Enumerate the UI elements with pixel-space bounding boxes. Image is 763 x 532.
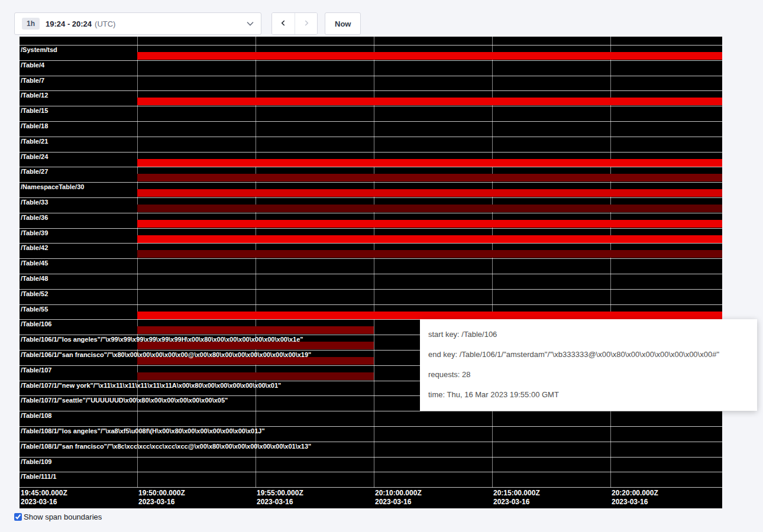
heat-cell[interactable] <box>256 159 374 167</box>
heat-cell[interactable] <box>492 174 610 181</box>
heat-cell[interactable] <box>256 98 374 105</box>
heat-cell[interactable] <box>610 250 722 258</box>
heat-cell[interactable] <box>492 98 610 105</box>
key-span-label: /Table/109 <box>20 458 51 466</box>
heat-cell[interactable] <box>610 189 722 197</box>
heat-cell[interactable] <box>137 205 256 212</box>
key-span-row[interactable]: /System/tsd <box>20 45 722 60</box>
heat-cell[interactable] <box>610 52 722 60</box>
heat-cell[interactable] <box>374 220 492 228</box>
show-span-boundaries-checkbox[interactable] <box>14 513 22 521</box>
heat-cell[interactable] <box>374 174 492 181</box>
heat-cell[interactable] <box>256 52 374 60</box>
key-span-row[interactable]: /Table/108/1/"san francisco"/"\x8c\xcc\x… <box>20 442 722 457</box>
next-time-button[interactable] <box>295 13 317 34</box>
heat-cell[interactable] <box>610 98 722 105</box>
heat-cell[interactable] <box>374 312 492 319</box>
heat-cell[interactable] <box>137 220 256 228</box>
key-span-label: /Table/107/1/"seattle"/"UUUUUUD\x00\x80\… <box>20 397 228 404</box>
key-span-row[interactable]: /Table/45 <box>20 258 722 274</box>
show-span-boundaries-toggle[interactable]: Show span boundaries <box>14 512 102 521</box>
heat-cell[interactable] <box>137 250 256 258</box>
heat-cell[interactable] <box>137 52 256 60</box>
key-span-label: /Table/27 <box>20 168 48 176</box>
key-span-label: /Table/106 <box>20 320 51 328</box>
key-span-row[interactable]: /Table/33 <box>20 197 722 213</box>
key-span-row[interactable]: /Table/12 <box>20 90 722 106</box>
heat-cell[interactable] <box>256 235 374 243</box>
key-span-row[interactable]: /NamespaceTable/30 <box>20 182 722 197</box>
heat-cell[interactable] <box>256 372 374 380</box>
key-span-row[interactable]: /Table/36 <box>20 213 722 228</box>
key-span-label: /Table/4 <box>20 61 44 69</box>
heat-cell[interactable] <box>256 250 374 258</box>
heat-cell[interactable] <box>492 250 610 258</box>
key-span-label: /Table/107/1/"new york"/"\x11\x11\x11\x1… <box>20 382 281 390</box>
key-visualizer-canvas[interactable]: /System/tsd/Table/4/Table/7/Table/12/Tab… <box>20 37 722 508</box>
heat-cell[interactable] <box>256 174 374 181</box>
key-span-row[interactable]: /Table/109 <box>20 457 722 472</box>
key-span-row[interactable]: /Table/18 <box>20 121 722 137</box>
heat-cell[interactable] <box>256 189 374 197</box>
heat-cell[interactable] <box>610 159 722 167</box>
key-span-label: /NamespaceTable/30 <box>20 183 84 191</box>
heat-cell[interactable] <box>492 159 610 167</box>
key-span-row[interactable]: /Table/21 <box>20 137 722 152</box>
heat-cell[interactable] <box>137 189 256 197</box>
hover-tooltip: start key: /Table/106 end key: /Table/10… <box>420 319 757 411</box>
heat-cell[interactable] <box>137 174 256 181</box>
key-span-row[interactable]: /Table/108 <box>20 411 722 426</box>
now-button[interactable]: Now <box>325 12 361 35</box>
heat-cell[interactable] <box>492 205 610 212</box>
heat-cell[interactable] <box>374 250 492 258</box>
heat-cell[interactable] <box>374 52 492 60</box>
heat-cell[interactable] <box>374 235 492 243</box>
heat-cell[interactable] <box>492 189 610 197</box>
tooltip-time: time: Thu, 16 Mar 2023 19:55:00 GMT <box>428 385 749 405</box>
heat-cell[interactable] <box>374 205 492 212</box>
heat-cell[interactable] <box>492 220 610 228</box>
timezone-label: (UTC) <box>95 20 115 28</box>
heat-cell[interactable] <box>374 98 492 105</box>
heat-cell[interactable] <box>610 312 722 319</box>
heat-cell[interactable] <box>256 326 374 334</box>
key-span-row[interactable]: /Table/39 <box>20 228 722 244</box>
heat-cell[interactable] <box>610 205 722 212</box>
key-span-row[interactable]: /Table/52 <box>20 289 722 304</box>
key-span-row[interactable]: /Table/4 <box>20 60 722 76</box>
heat-cell[interactable] <box>137 372 256 380</box>
heat-cell[interactable] <box>492 312 610 319</box>
key-span-label: /Table/111/1 <box>20 473 56 481</box>
heat-cell[interactable] <box>137 98 256 105</box>
heat-cell[interactable] <box>137 159 256 167</box>
key-span-row[interactable]: /Table/48 <box>20 274 722 289</box>
x-axis-tick: 19:45:00.000Z2023-03-16 <box>21 489 67 507</box>
heat-cell[interactable] <box>256 220 374 228</box>
heat-cell[interactable] <box>610 220 722 228</box>
key-span-label: /System/tsd <box>20 46 57 54</box>
key-span-row[interactable]: /Table/108/1/"los angeles"/"\xa8\xf5\u00… <box>20 426 722 442</box>
tooltip-requests: requests: 28 <box>428 365 749 385</box>
key-span-row[interactable]: /Table/15 <box>20 106 722 121</box>
heat-cell[interactable] <box>137 312 256 319</box>
key-span-row[interactable]: /Table/42 <box>20 243 722 258</box>
heat-cell[interactable] <box>374 159 492 167</box>
heat-cell[interactable] <box>256 205 374 212</box>
key-span-row[interactable]: /Table/24 <box>20 152 722 167</box>
key-span-row[interactable]: /Table/7 <box>20 76 722 91</box>
heat-cell[interactable] <box>610 174 722 181</box>
heat-cell[interactable] <box>137 235 256 243</box>
key-span-label: /Table/106/1/"los angeles"/"\x99\x99\x99… <box>20 336 303 343</box>
heat-cell[interactable] <box>374 189 492 197</box>
heat-cell[interactable] <box>610 235 722 243</box>
key-span-row[interactable]: /Table/27 <box>20 167 722 182</box>
heat-cell[interactable] <box>492 52 610 60</box>
x-axis-tick: 20:20:00.000Z2023-03-16 <box>612 489 658 507</box>
prev-time-button[interactable] <box>272 13 295 34</box>
heat-cell[interactable] <box>137 326 256 334</box>
time-range-picker[interactable]: 1h 19:24 - 20:24 (UTC) <box>14 12 261 35</box>
key-span-row[interactable]: /Table/55 <box>20 304 722 320</box>
key-span-row[interactable]: /Table/111/1 <box>20 472 722 487</box>
heat-cell[interactable] <box>492 235 610 243</box>
heat-cell[interactable] <box>256 312 374 319</box>
